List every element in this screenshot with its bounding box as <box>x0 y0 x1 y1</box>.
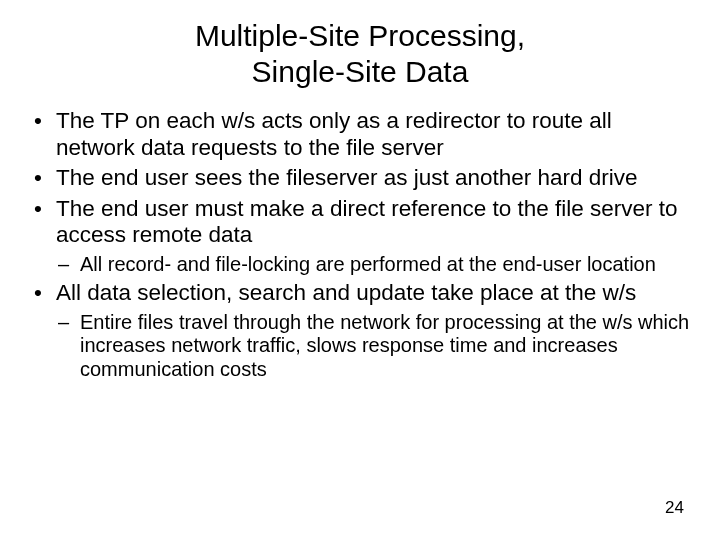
bullet-text: The end user must make a direct referenc… <box>56 196 678 248</box>
sub-bullet-text: Entire files travel through the network … <box>80 311 689 380</box>
slide: Multiple-Site Processing, Single-Site Da… <box>0 0 720 540</box>
bullet-text: The TP on each w/s acts only as a redire… <box>56 108 612 160</box>
sub-bullet-item: All record- and file-locking are perform… <box>56 253 690 277</box>
bullet-item: The TP on each w/s acts only as a redire… <box>30 108 690 161</box>
title-line-2: Single-Site Data <box>252 55 469 88</box>
title-line-1: Multiple-Site Processing, <box>195 19 525 52</box>
sub-bullet-text: All record- and file-locking are perform… <box>80 253 656 275</box>
bullet-item: The end user sees the fileserver as just… <box>30 165 690 192</box>
page-number: 24 <box>665 498 684 518</box>
bullet-list: The TP on each w/s acts only as a redire… <box>30 108 690 382</box>
sub-bullet-item: Entire files travel through the network … <box>56 311 690 382</box>
sub-bullet-list: Entire files travel through the network … <box>56 311 690 382</box>
slide-title: Multiple-Site Processing, Single-Site Da… <box>30 18 690 90</box>
bullet-text: All data selection, search and update ta… <box>56 280 636 305</box>
bullet-text: The end user sees the fileserver as just… <box>56 165 638 190</box>
bullet-item: All data selection, search and update ta… <box>30 280 690 381</box>
bullet-item: The end user must make a direct referenc… <box>30 196 690 277</box>
sub-bullet-list: All record- and file-locking are perform… <box>56 253 690 277</box>
